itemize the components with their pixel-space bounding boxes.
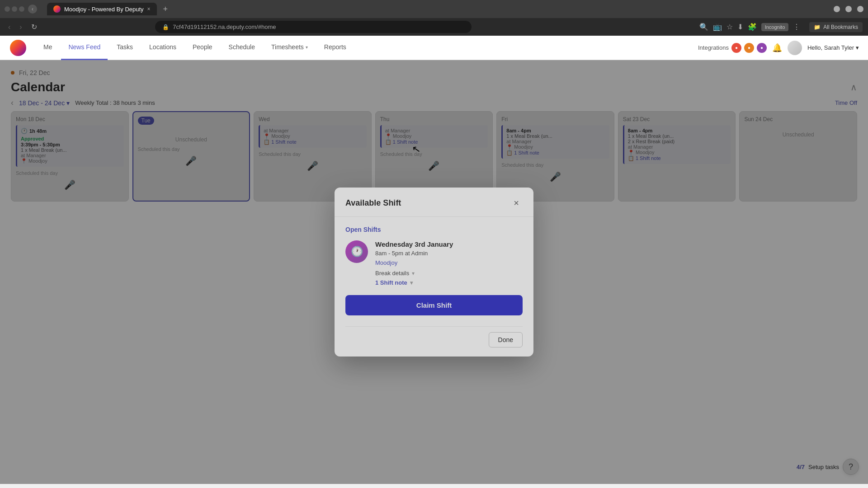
modal-footer: Done [335, 327, 533, 357]
app: Me News Feed Tasks Locations People Sche… [0, 36, 868, 484]
shift-note-expand-icon: ▾ [410, 280, 413, 286]
address-bar[interactable]: 🔒 7cf47d19112152.na.deputy.com/#home [155, 21, 472, 33]
close-icon: × [514, 198, 519, 208]
modal-body: Open Shifts 🕐 Wednesday 3rd January 8am … [335, 217, 533, 326]
maximize-button[interactable] [845, 6, 852, 12]
integrations-button[interactable]: Integrations ● ● ● [698, 43, 767, 53]
shift-time: 8am - 5pm at Admin [375, 250, 523, 257]
break-details-label: Break details [375, 270, 409, 277]
top-navigation: Me News Feed Tasks Locations People Sche… [0, 36, 868, 60]
nav-item-tasks[interactable]: Tasks [109, 36, 140, 60]
browser-navbar: ‹ › ↻ 🔒 7cf47d19112152.na.deputy.com/#ho… [0, 18, 868, 36]
notification-button[interactable]: 🔔 [772, 43, 782, 53]
content-area: Fri, 22 Dec Calendar ∧ ‹ 18 Dec - 24 Dec… [0, 60, 868, 484]
reload-button[interactable]: ↻ [28, 21, 40, 33]
window-controls [834, 6, 863, 12]
tab-favicon [53, 5, 61, 13]
available-shift-modal: Available Shift × Open Shifts 🕐 Wednesda… [335, 188, 533, 357]
search-icon[interactable]: 🔍 [699, 23, 708, 31]
shift-info: Wednesday 3rd January 8am - 5pm at Admin… [375, 240, 523, 286]
modal-close-button[interactable]: × [510, 197, 523, 209]
nav-item-people[interactable]: People [185, 36, 220, 60]
user-greeting[interactable]: Hello, Sarah Tyler ▾ [807, 44, 859, 51]
bookmarks-bar: 📁 All Bookmarks [809, 22, 863, 32]
lock-icon: 🔒 [162, 24, 169, 30]
done-button[interactable]: Done [489, 332, 523, 347]
modal-title: Available Shift [345, 198, 401, 208]
timesheets-arrow-icon: ▾ [306, 45, 308, 50]
nav-item-locations[interactable]: Locations [142, 36, 184, 60]
shift-icon-wrapper: 🕐 [345, 240, 368, 263]
browser-tab[interactable]: Moodjoy - Powered By Deputy × [47, 3, 157, 15]
download-icon[interactable]: ⬇ [737, 23, 743, 31]
nav-item-timesheets[interactable]: Timesheets ▾ [264, 36, 315, 60]
url-text: 7cf47d19112152.na.deputy.com/#home [173, 23, 276, 30]
cast-icon[interactable]: 📺 [713, 23, 722, 31]
shift-date: Wednesday 3rd January [375, 240, 523, 248]
modal-header: Available Shift × [335, 188, 533, 217]
shift-note-row[interactable]: 1 Shift note ▾ [375, 279, 523, 286]
tab-title: Moodjoy - Powered By Deputy [64, 6, 144, 13]
break-expand-icon: ▾ [412, 270, 415, 277]
nav-item-schedule[interactable]: Schedule [222, 36, 262, 60]
break-details-row[interactable]: Break details ▾ [375, 270, 523, 277]
bookmark-icon[interactable]: ☆ [726, 23, 733, 31]
greeting-arrow-icon: ▾ [856, 44, 859, 51]
nav-item-news-feed[interactable]: News Feed [61, 36, 108, 60]
integration-badge-red: ● [731, 43, 741, 53]
nav-item-reports[interactable]: Reports [317, 36, 354, 60]
greeting-text: Hello, Sarah Tyler [807, 44, 854, 51]
tab-back-icon[interactable]: ‹ [28, 5, 37, 14]
browser-titlebar: ‹ Moodjoy - Powered By Deputy × + [0, 0, 868, 18]
nav-right: Integrations ● ● ● 🔔 Hello, Sarah Tyler … [698, 41, 859, 55]
integrations-label: Integrations [698, 44, 729, 51]
tab-close-icon[interactable]: × [147, 6, 151, 12]
menu-icon[interactable]: ⋮ [793, 23, 800, 31]
shift-company[interactable]: Moodjoy [375, 259, 523, 266]
nav-item-me[interactable]: Me [36, 36, 59, 60]
back-button[interactable]: ‹ [5, 21, 13, 33]
close-window-button[interactable] [857, 6, 863, 12]
incognito-badge: Incognito [761, 23, 789, 31]
shift-clock-icon: 🕐 [351, 246, 363, 258]
shift-details-row: 🕐 Wednesday 3rd January 8am - 5pm at Adm… [345, 240, 523, 286]
open-shifts-label: Open Shifts [345, 226, 523, 233]
forward-button[interactable]: › [17, 21, 24, 33]
settings-button[interactable] [788, 41, 802, 55]
extensions-icon[interactable]: 🧩 [748, 23, 757, 31]
integration-badge-orange: ● [744, 43, 754, 53]
all-bookmarks-label: All Bookmarks [823, 24, 858, 30]
nav-icons: 🔍 📺 ☆ ⬇ 🧩 Incognito ⋮ [699, 23, 801, 31]
integration-badge-purple: ● [757, 43, 767, 53]
app-logo[interactable] [9, 39, 27, 57]
shift-note-label: 1 Shift note [375, 279, 407, 286]
claim-shift-button[interactable]: Claim Shift [345, 295, 523, 315]
bookmark-folder-icon: 📁 [814, 24, 821, 30]
new-tab-button[interactable]: + [160, 5, 171, 14]
modal-overlay[interactable]: Available Shift × Open Shifts 🕐 Wednesda… [0, 60, 868, 484]
minimize-button[interactable] [834, 6, 840, 12]
browser-chrome: ‹ Moodjoy - Powered By Deputy × + ‹ › ↻ … [0, 0, 868, 36]
